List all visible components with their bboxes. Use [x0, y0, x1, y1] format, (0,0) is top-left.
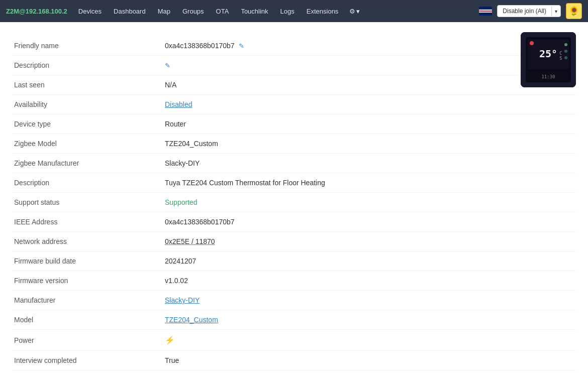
nav-link-touchlink[interactable]: Touchlink: [236, 5, 273, 18]
svg-point-3: [530, 41, 534, 45]
field-value[interactable]: TZE204_Custom: [163, 310, 576, 330]
table-row: Firmware versionv1.0.02: [12, 271, 576, 291]
field-value: ⚡: [163, 330, 576, 351]
svg-text:25°: 25°: [539, 48, 557, 60]
table-row: ManufacturerSlacky-DIY: [12, 291, 576, 310]
field-value-text: Router: [165, 120, 186, 128]
page-content: 25° C S 11:30 Friendly name0xa4c138368b0…: [0, 22, 588, 380]
field-value-link[interactable]: Disabled: [165, 100, 192, 108]
network-address-value: 0x2E5E / 11870: [165, 237, 215, 245]
field-value[interactable]: Disabled: [163, 95, 576, 114]
field-value[interactable]: 0xa4c138368b0170b7✎: [163, 36, 576, 56]
table-row: Power⚡: [12, 330, 576, 351]
svg-point-9: [564, 56, 567, 59]
field-value: 0xa4c138368b0170b7: [163, 212, 576, 232]
edit-description-icon[interactable]: ✎: [165, 62, 170, 69]
device-info-table: Friendly name0xa4c138368b0170b7✎Descript…: [12, 36, 576, 370]
field-value: TZE204_Custom: [163, 134, 576, 154]
nav-link-dashboard[interactable]: Dashboard: [109, 5, 151, 18]
friendly-name-value: 0xa4c138368b0170b7: [165, 42, 235, 50]
sun-icon: 🌻: [568, 6, 579, 17]
field-value-supported: Supported: [165, 198, 198, 206]
field-label: Description: [12, 173, 163, 193]
table-row: Support statusSupported: [12, 193, 576, 212]
device-image: 25° C S 11:30: [521, 32, 576, 87]
field-value-text: Tuya TZE204 Custom Thermostat for Floor …: [165, 179, 325, 187]
table-row: Description✎: [12, 56, 576, 75]
field-label: Firmware build date: [12, 251, 163, 271]
gear-icon: ⚙: [349, 8, 355, 15]
join-label: Disable join (All): [498, 6, 551, 17]
nav-link-map[interactable]: Map: [153, 5, 175, 18]
field-label: Manufacturer: [12, 291, 163, 310]
field-value-link[interactable]: TZE204_Custom: [165, 316, 218, 324]
theme-toggle-button[interactable]: 🌻: [566, 3, 582, 19]
field-value-text: 0xa4c138368b0170b7: [165, 218, 235, 226]
table-row: DescriptionTuya TZE204 Custom Thermostat…: [12, 173, 576, 193]
field-value-text: Slacky-DIY: [165, 159, 200, 167]
table-row: Friendly name0xa4c138368b0170b7✎: [12, 36, 576, 56]
field-label: Zigbee Manufacturer: [12, 154, 163, 173]
field-value-text: TZE204_Custom: [165, 140, 218, 148]
device-image-wrapper: 25° C S 11:30: [521, 32, 576, 87]
field-value[interactable]: ✎: [163, 56, 576, 75]
field-value-text: True: [165, 356, 179, 364]
nav-link-ota[interactable]: OTA: [211, 5, 234, 18]
navbar: Z2M@192.168.100.2 Devices Dashboard Map …: [0, 0, 588, 22]
field-label: Power: [12, 330, 163, 351]
table-row: Network address0x2E5E / 11870: [12, 232, 576, 251]
field-value[interactable]: Slacky-DIY: [163, 291, 576, 310]
table-row: Firmware build date20241207: [12, 251, 576, 271]
nav-link-groups[interactable]: Groups: [177, 5, 209, 18]
field-value-text: v1.0.02: [165, 277, 188, 285]
table-row: Zigbee ModelTZE204_Custom: [12, 134, 576, 154]
field-label: Firmware version: [12, 271, 163, 291]
gear-chevron-icon: ▾: [356, 8, 360, 15]
field-label: IEEE Address: [12, 212, 163, 232]
field-value: Slacky-DIY: [163, 154, 576, 173]
svg-text:S: S: [560, 56, 562, 61]
table-row: Zigbee ManufacturerSlacky-DIY: [12, 154, 576, 173]
nav-link-logs[interactable]: Logs: [275, 5, 300, 18]
field-value-text: N/A: [165, 81, 176, 89]
nav-link-devices[interactable]: Devices: [73, 5, 107, 18]
field-label: Friendly name: [12, 36, 163, 56]
nav-link-extensions[interactable]: Extensions: [302, 5, 344, 18]
field-value: v1.0.02: [163, 271, 576, 291]
field-value: Tuya TZE204 Custom Thermostat for Floor …: [163, 173, 576, 193]
field-label: Device type: [12, 114, 163, 134]
power-icon: ⚡: [165, 336, 175, 344]
field-label: Last seen: [12, 75, 163, 95]
table-row: Last seenN/A: [12, 75, 576, 95]
field-value-link[interactable]: Slacky-DIY: [165, 296, 200, 304]
svg-text:C: C: [560, 51, 562, 56]
disable-join-button[interactable]: Disable join (All) ▾: [497, 5, 561, 17]
field-value: True: [163, 351, 576, 370]
field-label: Description: [12, 56, 163, 75]
table-row: Device typeRouter: [12, 114, 576, 134]
table-row: ModelTZE204_Custom: [12, 310, 576, 330]
field-value: Supported: [163, 193, 576, 212]
field-label: Interview completed: [12, 351, 163, 370]
field-label: Availability: [12, 95, 163, 114]
language-flag[interactable]: [479, 7, 492, 16]
field-value: 0x2E5E / 11870: [163, 232, 576, 251]
svg-text:11:30: 11:30: [541, 74, 555, 79]
svg-point-8: [564, 50, 567, 53]
field-label: Model: [12, 310, 163, 330]
table-row: IEEE Address0xa4c138368b0170b7: [12, 212, 576, 232]
field-value: Router: [163, 114, 576, 134]
table-row: Interview completedTrue: [12, 351, 576, 370]
table-row: AvailabilityDisabled: [12, 95, 576, 114]
field-value: 20241207: [163, 251, 576, 271]
field-label: Support status: [12, 193, 163, 212]
field-label: Network address: [12, 232, 163, 251]
field-value: N/A: [163, 75, 576, 95]
svg-point-7: [564, 43, 567, 46]
nav-brand[interactable]: Z2M@192.168.100.2: [6, 8, 67, 15]
edit-friendly-name-icon[interactable]: ✎: [239, 42, 244, 50]
field-value-text: 20241207: [165, 257, 196, 265]
nav-gear-button[interactable]: ⚙ ▾: [345, 5, 364, 18]
field-label: Zigbee Model: [12, 134, 163, 154]
join-arrow-icon[interactable]: ▾: [551, 7, 560, 16]
